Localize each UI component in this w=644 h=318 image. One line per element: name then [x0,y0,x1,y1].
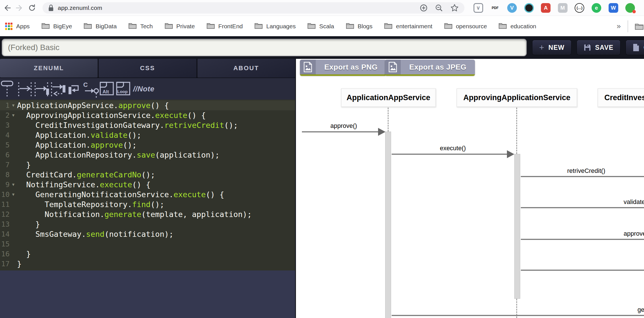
dictionary-book-extension-icon[interactable]: A [541,3,551,13]
tab-about[interactable]: ABOUT [197,59,295,78]
code-line: 11 TemplateRepository.find(); [0,199,295,209]
code-line: 8 CreditCard.generateCardNo(); [0,170,295,180]
fold-marker-icon[interactable]: ▼ [10,190,17,199]
bookmark-star-icon[interactable] [450,4,459,12]
create-participant-icon[interactable]: C [83,80,99,98]
save-button[interactable]: SAVE [577,40,620,55]
alt-fragment-icon[interactable]: Alt [99,80,116,98]
activation-bar [514,154,520,299]
async-message-icon[interactable] [17,80,33,98]
code-line: 3 CreditInvestigationGatewary.retriveCre… [0,120,295,130]
bookmark-item-tech[interactable]: Tech [129,22,153,30]
message-line [302,131,379,132]
bookmark-item-frontend[interactable]: FrontEnd [207,22,243,30]
pocket-extension-icon[interactable]: ∨ [474,3,483,13]
folder-icon [499,22,507,29]
folder-icon [42,22,50,29]
export-jpeg-button[interactable]: Export as JPEG [385,60,475,76]
url-bar[interactable]: app.zenuml.com [42,2,464,14]
diagram-title-value: (Forked) Basic [8,43,59,52]
code-text: } [17,219,40,229]
bookmark-label: education [510,23,536,30]
code-line: 5 Application.approve(); [0,140,295,150]
code-line: 16 } [0,249,295,259]
vimium-extension-icon[interactable]: V [507,3,517,13]
forward-icon [15,3,24,13]
code-line: 4 Application.validate(); [0,130,295,140]
code-line: 7 } [0,160,295,170]
code-line: 14 SmsGateway.send(notification); [0,229,295,239]
shield-m-extension-icon[interactable]: M [558,3,568,13]
message-label: execute() [392,145,514,152]
code-line: 6 ApplicationRepository.save(application… [0,150,295,160]
partial-folder-icon[interactable] [635,23,643,30]
bookmark-item-languages[interactable]: Languages [255,22,296,30]
fold-marker-icon[interactable]: ▼ [10,100,17,110]
message-label: generateCardNo() [637,306,644,313]
line-number: 9 [0,180,10,190]
pdf-extension-icon[interactable]: PDF [490,3,500,13]
participant-box: ApplicationAppService [341,88,436,107]
folder-icon [84,22,92,29]
bookmark-item-bigeye[interactable]: BigEye [42,22,72,30]
code-editor[interactable]: 1▼ApplicationAppService.approve() {2▼ Ap… [0,100,295,270]
zoom-in-icon[interactable] [420,4,428,12]
message-label: validate() [624,198,644,206]
evernote-extension-icon[interactable]: e [592,3,601,13]
tab-css[interactable]: CSS [99,59,196,78]
code-text: ApplicationRepository.save(application); [17,150,219,160]
line-number: 12 [0,209,10,219]
folder-icon [207,22,215,29]
bookmark-item-entertainment[interactable]: entertainment [384,22,432,30]
code-line: 10▼ GeneratingNotificationService.execut… [0,190,295,199]
bookmark-label: entertainment [396,23,432,30]
forward-button[interactable] [15,3,24,13]
sync-message-icon[interactable] [33,80,50,98]
back-button[interactable] [3,3,11,13]
message-label: retriveCredit() [545,167,627,175]
new-button[interactable]: + NEW [532,40,571,55]
participant-icon[interactable] [1,80,17,98]
bookmark-label: BigEye [53,23,72,30]
code-text: Notification.generate(template, applicat… [17,209,252,219]
bookmarks-overflow-chevron[interactable]: » [617,22,621,31]
bookmark-item-apps[interactable]: Apps [5,23,30,30]
self-message-icon[interactable] [66,80,83,98]
word-extension-icon[interactable]: W [609,3,618,13]
tab-zenuml[interactable]: ZENUML [0,59,98,78]
code-line: 12 Notification.generate(template, appli… [0,209,295,219]
braces-extension-icon[interactable]: {…} [575,3,584,13]
line-number: 17 [0,259,10,269]
reload-button[interactable] [28,3,36,13]
fold-marker-icon[interactable]: ▼ [10,110,17,120]
loop-fragment-icon[interactable]: Loop [116,80,132,98]
diagram-title-input[interactable]: (Forked) Basic [2,39,526,56]
fold-marker-icon[interactable]: ▼ [10,180,17,190]
code-line: 1▼ApplicationAppService.approve() { [0,100,295,110]
activation-bar [385,132,391,318]
bookmark-label: Tech [140,23,153,30]
notification-badge [632,10,636,13]
open-button[interactable]: OPEN [626,40,644,55]
editor-panel: ZENUMLCSSABOUT CAltLoop//Note 1▼Applicat… [0,59,295,318]
bookmark-item-scala[interactable]: Scala [308,22,334,30]
folder-icon [129,22,137,29]
bookmark-item-blogs[interactable]: Blogs [346,22,373,30]
camera-lens-extension-icon[interactable] [524,3,534,13]
zoom-out-icon[interactable] [435,4,443,12]
line-number: 6 [0,150,10,160]
bookmark-item-opensource[interactable]: opensource [444,22,487,30]
bookmark-item-private[interactable]: Private [165,22,195,30]
green-badge-extension-icon[interactable] [625,3,635,13]
note-tool[interactable]: //Note [133,85,154,93]
bookmark-item-education[interactable]: education [499,22,536,30]
line-number: 4 [0,130,10,140]
message-line [521,239,644,240]
code-line: 17} [0,259,295,269]
extensions-area: ∨PDFVAM{…}eW [464,3,644,13]
return-message-icon[interactable] [50,80,66,98]
svg-text:Alt: Alt [103,89,109,94]
export-png-button[interactable]: Export as PNG [300,60,386,76]
bookmark-label: opensource [456,23,487,30]
bookmark-item-bigdata[interactable]: BigData [84,22,117,30]
